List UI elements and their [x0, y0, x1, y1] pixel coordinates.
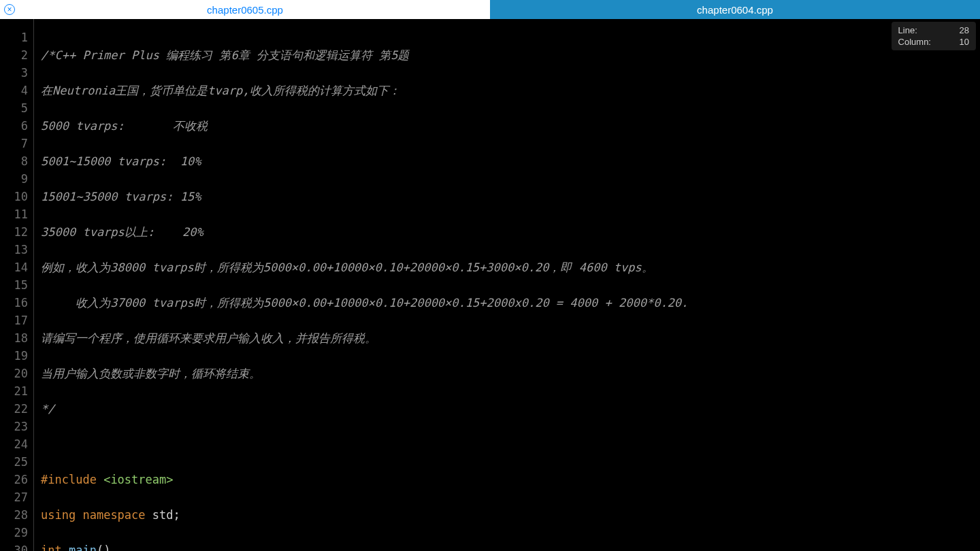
type-int: int	[41, 544, 62, 551]
line-number: 4	[0, 82, 28, 99]
line-number: 25	[0, 453, 28, 471]
blank-line	[41, 435, 980, 453]
line-number: 28	[0, 506, 28, 524]
close-icon[interactable]: ×	[4, 4, 15, 15]
tab-label: chapter0604.cpp	[697, 4, 773, 16]
line-number: 15	[0, 276, 28, 294]
include-header: <iostream>	[103, 473, 173, 486]
tab-bar: × chapter0605.cpp chapter0604.cpp	[0, 0, 980, 19]
status-line-value: 28	[951, 24, 969, 36]
line-number: 29	[0, 524, 28, 541]
status-line-label: Line:	[898, 24, 917, 36]
include-keyword: #include	[41, 473, 97, 486]
line-number: 10	[0, 188, 28, 205]
line-number: 22	[0, 400, 28, 418]
line-number: 20	[0, 365, 28, 382]
comment-line: /*C++ Primer Plus 编程练习 第6章 分支语句和逻辑运算符 第5…	[41, 48, 409, 62]
comment-line: 15001~35000 tvarps: 15%	[41, 190, 201, 203]
line-number: 3	[0, 64, 28, 82]
line-number: 27	[0, 488, 28, 506]
line-number: 11	[0, 205, 28, 223]
editor-area[interactable]: 1234567891011121314151617181920212223242…	[0, 19, 980, 551]
code-content[interactable]: /*C++ Primer Plus 编程练习 第6章 分支语句和逻辑运算符 第5…	[34, 19, 980, 551]
function-main: main	[69, 544, 97, 551]
status-column-label: Column:	[898, 36, 931, 48]
comment-line: 35000 tvarps以上: 20%	[41, 225, 203, 239]
line-number: 24	[0, 435, 28, 453]
line-number: 13	[0, 241, 28, 258]
keyword-using: using	[41, 508, 76, 522]
line-number: 14	[0, 258, 28, 276]
tab-label: chapter0605.cpp	[207, 4, 283, 16]
line-number: 21	[0, 382, 28, 400]
line-number-gutter: 1234567891011121314151617181920212223242…	[0, 19, 34, 551]
comment-line: */	[41, 402, 54, 416]
line-number: 23	[0, 418, 28, 435]
comment-line: 当用户输入负数或非数字时，循环将结束。	[41, 367, 261, 380]
identifier-std: std	[152, 508, 174, 522]
line-number: 12	[0, 223, 28, 241]
line-number: 17	[0, 312, 28, 329]
line-number: 7	[0, 135, 28, 152]
line-number: 18	[0, 329, 28, 347]
comment-line: 在Neutronia王国，货币单位是tvarp,收入所得税的计算方式如下：	[41, 84, 400, 97]
line-number: 26	[0, 471, 28, 488]
comment-line: 例如，收入为38000 tvarps时，所得税为5000×0.00+10000×…	[41, 261, 653, 274]
comment-line: 5001~15000 tvarps: 10%	[41, 154, 201, 168]
line-number: 9	[0, 170, 28, 188]
cursor-position-status: Line: 28 Column: 10	[892, 22, 976, 50]
status-column-value: 10	[951, 36, 969, 48]
line-number: 19	[0, 347, 28, 365]
line-number: 16	[0, 294, 28, 312]
comment-line: 收入为37000 tvarps时，所得税为5000×0.00+10000×0.1…	[41, 296, 688, 310]
line-number: 1	[0, 29, 28, 46]
line-number: 5	[0, 99, 28, 117]
comment-line: 请编写一个程序，使用循环来要求用户输入收入，并报告所得税。	[41, 331, 376, 345]
line-number: 2	[0, 46, 28, 64]
line-number: 30	[0, 541, 28, 551]
comment-line: 5000 tvarps: 不收税	[41, 119, 208, 133]
line-number: 6	[0, 117, 28, 135]
tab-inactive[interactable]: chapter0604.cpp	[490, 0, 980, 19]
line-number: 8	[0, 152, 28, 170]
tab-active[interactable]: × chapter0605.cpp	[0, 0, 490, 19]
keyword-namespace: namespace	[82, 508, 145, 522]
